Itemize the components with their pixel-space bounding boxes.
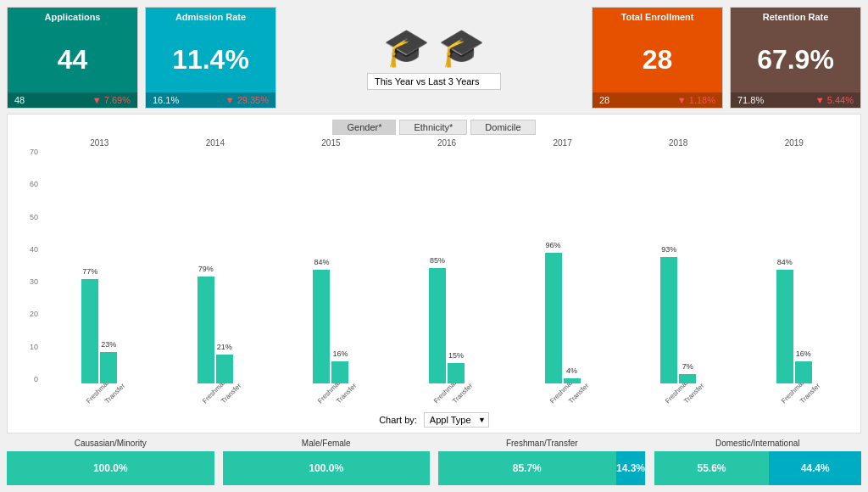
chart-by-select[interactable]: Appl Type [424, 412, 489, 428]
kpi-admission-rate-footer-right: ▼ 29.35% [225, 95, 269, 105]
kpi-applications-value: 44 [8, 26, 137, 92]
kpi-applications: Applications 44 48 ▼ 7.69% [7, 7, 138, 109]
bar-2019-0: 84%Freshman [776, 270, 793, 383]
bar-bottom-label: Transfer [220, 370, 255, 405]
bar-2014-1: 21%Transfer [216, 355, 233, 383]
bar-bottom-label: Transfer [335, 370, 370, 405]
filter-gender[interactable]: Gender* [332, 120, 396, 135]
kpi-applications-footer-left: 48 [14, 95, 25, 105]
bar-top-label: 21% [217, 343, 232, 351]
y-axis-label: 70 [16, 148, 38, 156]
pct-segment-2-0: 85.7% [438, 451, 616, 485]
kpi-retention-rate-value: 67.9% [731, 26, 860, 92]
bars-container: 010203040506070 77%Freshman23%Transfer79… [16, 148, 852, 409]
kpi-retention-rate-footer-right: ▼ 5.44% [815, 95, 854, 105]
pct-segment-1-0: 100.0% [223, 451, 431, 485]
bar-top-label: 7% [682, 362, 693, 371]
y-axis-label: 20 [16, 310, 38, 318]
pct-title-1: Male/Female [223, 439, 431, 448]
bar-group-2014: 79%Freshman21%Transfer [158, 277, 274, 383]
bars-inner: 77%Freshman23%Transfer79%Freshman21%Tran… [42, 239, 852, 383]
chart-by-row: Chart by: Appl Type ▼ [16, 412, 852, 428]
bar-2018-0: 93%Freshman [660, 257, 677, 383]
pct-segment-3-1: 44.4% [769, 451, 861, 485]
y-axis: 010203040506070 [16, 148, 40, 383]
year-label-2016: 2016 [389, 138, 505, 148]
kpi-retention-rate-footer: 71.8% ▼ 5.44% [731, 92, 860, 108]
y-axis-label: 60 [16, 180, 38, 188]
kpi-total-enrollment-title: Total Enrollment [593, 8, 722, 26]
bar-bottom-label: Transfer [451, 370, 487, 405]
bar-top-label: 16% [796, 349, 811, 358]
bar-group-2018: 93%Freshman7%Transfer [620, 257, 737, 383]
bar-2015-0: 84%Freshman [313, 270, 330, 383]
filter-ethnicity[interactable]: Ethnicity* [399, 120, 467, 135]
bar-2015-1: 16%Transfer [331, 361, 348, 383]
bar-2013-0: 77%Freshman [81, 279, 98, 383]
y-axis-label: 10 [16, 343, 38, 351]
filter-domicile[interactable]: Domicile [470, 120, 535, 135]
bar-2018-1: 7%Transfer [679, 374, 696, 383]
year-labels: 2013201420152016201720182019 [16, 138, 852, 148]
bar-2019-1: 16%Transfer [795, 361, 812, 383]
kpi-admission-rate-value: 11.4% [146, 26, 275, 92]
bar-2014-0: 79%Freshman [198, 277, 214, 383]
kpi-admission-rate-footer: 16.1% ▼ 29.35% [146, 92, 275, 108]
y-axis-label: 40 [16, 245, 38, 254]
kpi-admission-rate: Admission Rate 11.4% 16.1% ▼ 29.35% [145, 7, 276, 109]
pct-title-0: Causasian/Minority [7, 439, 214, 448]
dropdown-row[interactable]: This Year vs Last 3 Years This Year vs L… [367, 73, 501, 90]
bar-group-2013: 77%Freshman23%Transfer [42, 279, 158, 383]
kpi-applications-footer: 48 ▼ 7.69% [8, 92, 137, 108]
bar-group-2019: 84%Freshman16%Transfer [736, 270, 852, 383]
y-axis-label: 0 [16, 375, 38, 383]
year-label-2013: 2013 [42, 138, 158, 148]
pct-bar-wrap-2: 85.7%14.3% [438, 451, 646, 485]
kpi-retention-rate: Retention Rate 67.9% 71.8% ▼ 5.44% [730, 7, 861, 109]
year-label-2018: 2018 [620, 138, 737, 148]
bar-top-label: 79% [198, 265, 214, 273]
chart-section: Gender* Ethnicity* Domicile 201320142015… [7, 114, 861, 433]
bar-bottom-label: Transfer [798, 370, 834, 405]
bar-top-label: 85% [430, 256, 445, 265]
pct-card-2: Freshman/Transfer85.7%14.3% [438, 439, 646, 485]
bar-top-label: 93% [661, 245, 676, 254]
pct-segment-2-1: 14.3% [616, 451, 646, 485]
kpi-total-enrollment-value: 28 [593, 26, 722, 92]
bar-2016-0: 85%Freshman [429, 268, 446, 383]
y-axis-label: 50 [16, 213, 38, 221]
pct-segment-0-0: 100.0% [7, 451, 214, 485]
year-label-2017: 2017 [504, 138, 620, 148]
pct-segment-3-0: 55.6% [654, 451, 770, 485]
year-comparison-select[interactable]: This Year vs Last 3 Years This Year vs L… [367, 73, 501, 90]
kpi-total-enrollment: Total Enrollment 28 28 ▼ 1.18% [592, 7, 723, 109]
pct-title-2: Freshman/Transfer [438, 439, 646, 448]
pct-bar-wrap-1: 100.0% [223, 451, 431, 485]
kpi-retention-rate-footer-left: 71.8% [737, 95, 764, 105]
bar-2013-1: 23%Transfer [100, 352, 117, 383]
year-label-2014: 2014 [158, 138, 274, 148]
grad-icon-male: 🎓 [438, 25, 485, 70]
pct-bar-wrap-0: 100.0% [7, 451, 214, 485]
bar-group-2015: 84%Freshman16%Transfer [273, 270, 389, 383]
chart-area: 2013201420152016201720182019 01020304050… [16, 138, 852, 409]
bar-bottom-label: Transfer [682, 370, 718, 405]
chart-filters: Gender* Ethnicity* Domicile [16, 120, 852, 135]
kpi-applications-title: Applications [8, 8, 137, 26]
kpi-applications-footer-right: ▼ 7.69% [92, 95, 131, 105]
dashboard: Applications 44 48 ▼ 7.69% Admission Rat… [0, 0, 868, 492]
kpi-admission-rate-title: Admission Rate [146, 8, 275, 26]
kpi-total-enrollment-footer-left: 28 [599, 95, 609, 105]
bar-group-2017: 96%Freshman4%Transfer [504, 253, 620, 383]
bar-top-label: 77% [82, 267, 97, 276]
chart-by-label: Chart by: [379, 415, 417, 425]
kpi-retention-rate-title: Retention Rate [731, 8, 860, 26]
pct-bars-row: Causasian/Minority100.0%Male/Female100.0… [7, 439, 861, 485]
bar-top-label: 96% [546, 241, 561, 249]
bar-2016-1: 15%Transfer [448, 363, 465, 383]
kpi-total-enrollment-footer-right: ▼ 1.18% [677, 95, 715, 105]
bar-top-label: 4% [566, 366, 577, 375]
bar-top-label: 15% [448, 351, 464, 360]
year-label-2019: 2019 [736, 138, 852, 148]
grad-icon-female: 🎓 [383, 25, 430, 70]
